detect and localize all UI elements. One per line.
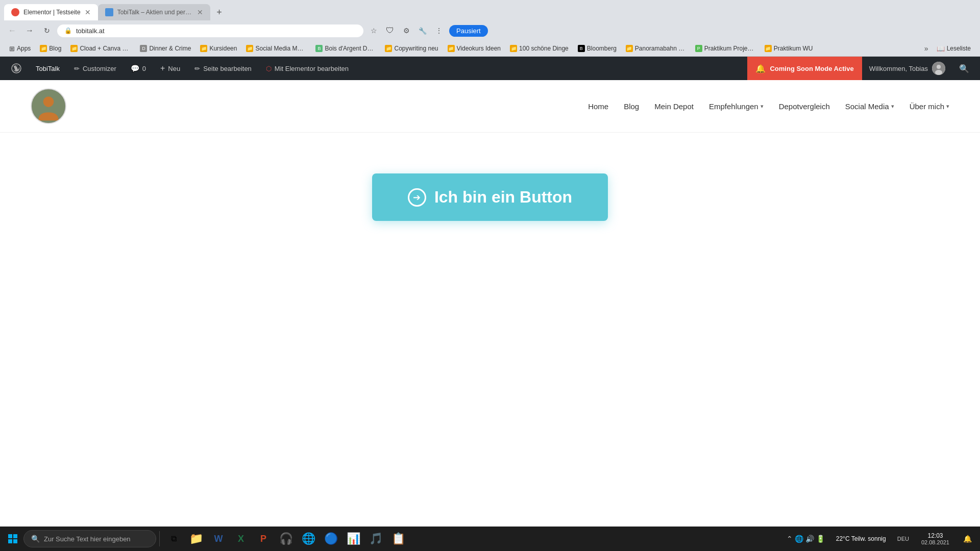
new-label: Neu bbox=[168, 65, 180, 72]
systray-battery[interactable]: 🔋 bbox=[816, 535, 825, 543]
nav-ueber-mich[interactable]: Über mich ▾ bbox=[910, 102, 949, 111]
nav-home[interactable]: Home bbox=[588, 102, 608, 111]
bookmark-bois-label: Bois d'Argent Duft... bbox=[325, 45, 376, 52]
systray-volume[interactable]: 🔊 bbox=[805, 535, 814, 543]
wp-logo-icon bbox=[11, 63, 21, 73]
bookmark-blog[interactable]: 📁 Blog bbox=[36, 43, 65, 54]
button-text: Ich bin ein Button bbox=[434, 188, 572, 207]
elementor-label: Mit Elementor bearbeiten bbox=[275, 65, 349, 72]
coming-soon-icon: 🔔 bbox=[755, 64, 766, 73]
extension-btn-1[interactable]: 🛡 bbox=[383, 23, 397, 38]
site-name-button[interactable]: TobiTalk bbox=[29, 57, 67, 80]
ueber-mich-dropdown-arrow: ▾ bbox=[946, 103, 949, 110]
wp-search-button[interactable]: 🔍 bbox=[952, 57, 976, 80]
extension-btn-3[interactable]: 🔧 bbox=[415, 23, 430, 38]
elementor-icon: ⬡ bbox=[266, 65, 272, 72]
bookmark-wu-label: Praktikum WU bbox=[774, 45, 813, 52]
taskbar-clock[interactable]: 12:03 02.08.2021 bbox=[916, 532, 954, 545]
tab-title-1: Elementor | Testseite bbox=[23, 9, 81, 16]
user-avatar bbox=[932, 62, 945, 75]
tab-inactive[interactable]: TobiTalk – Aktien und persönlich... ✕ bbox=[98, 4, 210, 20]
reload-button[interactable]: ↻ bbox=[40, 23, 54, 38]
elementor-button[interactable]: ⬡ Mit Elementor bearbeiten bbox=[259, 57, 356, 80]
bookmark-dinner[interactable]: D Dinner & Crime bbox=[136, 43, 195, 54]
extension-btn-4[interactable]: ⋮ bbox=[432, 23, 446, 38]
bookmark-copy[interactable]: 📁 Copywriting neu bbox=[381, 43, 442, 54]
avatar-svg bbox=[932, 62, 945, 75]
taskbar-app-tasks[interactable]: 📋 bbox=[387, 528, 409, 549]
taskbar-app-9[interactable]: 📊 bbox=[342, 528, 364, 549]
bookmark-reader[interactable]: 📖 Leseliste bbox=[933, 43, 975, 54]
bookmark-cload[interactable]: 📁 Cload + Canva Bilder bbox=[66, 43, 135, 54]
systray-network[interactable]: 🌐 bbox=[795, 535, 803, 543]
tab-active[interactable]: Elementor | Testseite ✕ bbox=[4, 4, 98, 20]
bookmark-kurs[interactable]: 📁 Kursideen bbox=[196, 43, 241, 54]
bookmark-wu[interactable]: 📁 Praktikum WU bbox=[761, 43, 817, 54]
back-button[interactable]: ← bbox=[5, 23, 19, 38]
new-button[interactable]: + Neu bbox=[153, 57, 187, 80]
bookmark-100[interactable]: 📁 100 schöne Dinge bbox=[506, 43, 573, 54]
taskbar-chrome[interactable]: 🌐 bbox=[298, 528, 319, 549]
taskbar-app-6[interactable]: 🎧 bbox=[275, 528, 297, 549]
customizer-button[interactable]: ✏ Customizer bbox=[67, 57, 124, 80]
bookmark-praktikum-icon: P bbox=[695, 45, 702, 52]
bookmark-apps[interactable]: ⊞ Apps bbox=[5, 43, 35, 54]
svg-rect-9 bbox=[13, 539, 17, 543]
nav-blog[interactable]: Blog bbox=[624, 102, 639, 111]
taskbar-powerpoint[interactable]: P bbox=[253, 528, 274, 549]
bookmark-praktikum-label: Praktikum Projektm... bbox=[704, 45, 755, 52]
bookmark-copy-label: Copywriting neu bbox=[394, 45, 438, 52]
profile-button[interactable]: Pausiert bbox=[449, 25, 488, 37]
bookmark-bloomberg-icon: B bbox=[578, 45, 585, 52]
bookmark-video-icon: 📁 bbox=[448, 45, 455, 52]
bookmark-video[interactable]: 📁 Videokurs Ideen bbox=[444, 43, 505, 54]
new-tab-button[interactable]: + bbox=[212, 5, 227, 19]
taskbar-search[interactable]: 🔍 Zur Suche Text hier eingeben bbox=[23, 530, 156, 547]
notification-center-button[interactable]: 🔔 bbox=[958, 529, 977, 548]
bookmark-cload-icon: 📁 bbox=[70, 45, 78, 52]
taskbar-edge[interactable]: 🔵 bbox=[320, 528, 341, 549]
extension-icons: ☆ 🛡 ⚙ 🔧 ⋮ bbox=[366, 23, 446, 38]
site-content: ➔ Ich bin ein Button bbox=[0, 133, 980, 388]
nav-mein-depot[interactable]: Mein Depot bbox=[654, 102, 694, 111]
welcome-button[interactable]: Willkommen, Tobias bbox=[862, 57, 952, 80]
comments-button[interactable]: 💬 0 bbox=[124, 57, 153, 80]
taskbar-file-explorer[interactable]: 📁 bbox=[185, 528, 207, 549]
taskbar-task-view[interactable]: ⧉ bbox=[163, 528, 184, 549]
address-field[interactable]: 🔒 tobitalk.at bbox=[57, 24, 363, 37]
wp-logo-button[interactable] bbox=[4, 57, 29, 80]
taskbar-search-placeholder: Zur Suche Text hier eingeben bbox=[44, 535, 131, 543]
ime-systray: DEU bbox=[893, 536, 913, 542]
nav-social-media[interactable]: Social Media ▾ bbox=[845, 102, 894, 111]
bookmark-blog-label: Blog bbox=[49, 45, 61, 52]
social-media-dropdown-arrow: ▾ bbox=[891, 103, 894, 110]
bookmarks-more-button[interactable]: » bbox=[921, 43, 932, 54]
systray-arrow[interactable]: ⌃ bbox=[787, 535, 793, 543]
taskbar-word[interactable]: W bbox=[208, 528, 229, 549]
weather-display: 22°C Teilw. sonnig bbox=[832, 535, 890, 542]
bookmark-bloomberg[interactable]: B Bloomberg bbox=[574, 43, 621, 54]
forward-button[interactable]: → bbox=[22, 23, 37, 38]
start-button[interactable] bbox=[3, 529, 22, 548]
edit-page-button[interactable]: ✏ Seite bearbeiten bbox=[187, 57, 259, 80]
tab-bar: Elementor | Testseite ✕ TobiTalk – Aktie… bbox=[0, 0, 980, 20]
taskbar-spotify[interactable]: 🎵 bbox=[365, 528, 386, 549]
nav-depotvergleich[interactable]: Depotvergleich bbox=[779, 102, 830, 111]
star-button[interactable]: ☆ bbox=[366, 23, 381, 38]
extension-btn-2[interactable]: ⚙ bbox=[399, 23, 413, 38]
bookmark-panorama[interactable]: 📁 Panoramabahn und... bbox=[622, 43, 690, 54]
customizer-icon: ✏ bbox=[74, 65, 80, 72]
language-indicator: DEU bbox=[897, 536, 909, 542]
bookmark-social[interactable]: 📁 Social Media Mana... bbox=[242, 43, 310, 54]
taskbar-excel[interactable]: X bbox=[230, 528, 252, 549]
main-cta-button[interactable]: ➔ Ich bin ein Button bbox=[372, 173, 608, 221]
bookmark-praktikum[interactable]: P Praktikum Projektm... bbox=[691, 43, 760, 54]
bookmark-cload-label: Cload + Canva Bilder bbox=[80, 45, 131, 52]
tab-close-2[interactable]: ✕ bbox=[197, 8, 203, 16]
nav-empfehlungen[interactable]: Empfehlungen ▾ bbox=[709, 102, 764, 111]
comments-count: 0 bbox=[142, 65, 146, 72]
browser-chrome: Elementor | Testseite ✕ TobiTalk – Aktie… bbox=[0, 0, 980, 57]
coming-soon-badge[interactable]: 🔔 Coming Soon Mode Active bbox=[747, 57, 862, 80]
bookmark-bois[interactable]: B Bois d'Argent Duft... bbox=[311, 43, 380, 54]
tab-close-1[interactable]: ✕ bbox=[85, 8, 91, 16]
